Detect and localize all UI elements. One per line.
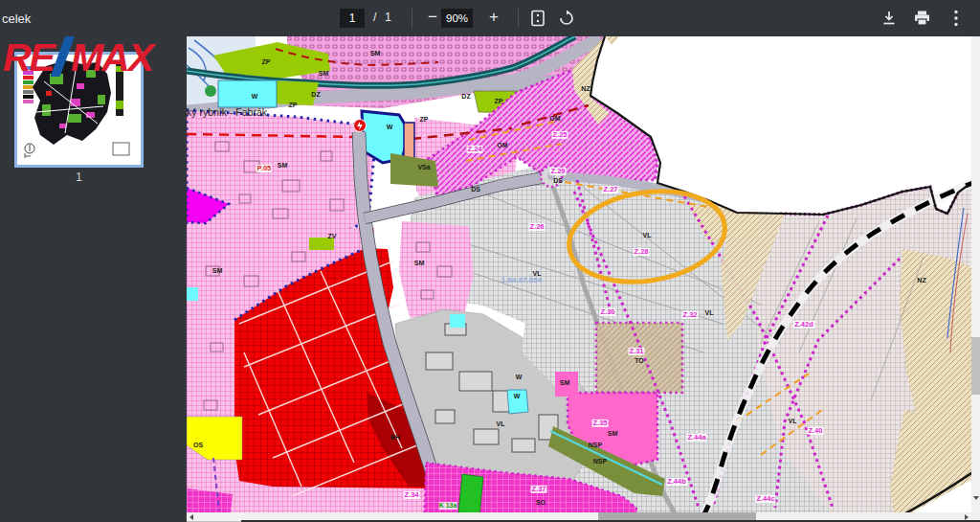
map-label-om: OM: [497, 142, 507, 149]
map-label-w: W: [387, 124, 393, 131]
map-label-vl: VL: [789, 418, 797, 425]
scroll-left-arrow[interactable]: [189, 514, 193, 520]
map-label-ds: DS: [471, 186, 480, 193]
map-label-bh: BH: [390, 434, 400, 442]
map-label-k-13a: K 13a: [439, 502, 457, 510]
map-label-zv: ZV: [328, 233, 337, 240]
map-label-dz: DZ: [311, 91, 320, 99]
map-label-zp: ZP: [262, 58, 271, 66]
map-label-nz: NZ: [581, 85, 590, 93]
pdf-toolbar: celek 1 / 1 − 90% +: [0, 0, 980, 36]
map-label-vsa: VSa: [417, 164, 430, 171]
map-label-w: W: [252, 93, 258, 101]
map-label-z-25: Z.25: [551, 131, 568, 139]
map-label-z-30: Z.30: [599, 308, 615, 316]
vertical-scrollbar-thumb[interactable]: [971, 337, 980, 395]
map-label-vl: VL: [705, 309, 714, 317]
map-label-z-26: Z.26: [528, 223, 545, 231]
scroll-right-arrow[interactable]: [965, 514, 969, 520]
map-label-nz: NZ: [917, 277, 925, 284]
map-label-zp: ZP: [420, 116, 429, 124]
map-label-w: W: [516, 374, 523, 381]
remax-logo-max: MAX: [71, 35, 152, 80]
map-labels: ZPZPZPZPWWWWDZDZSMSMSMSMSMSMSMOMOMNZNZDS…: [187, 36, 980, 522]
map-label-nsp: NSP: [593, 458, 607, 465]
zoom-out-button[interactable]: −: [422, 7, 443, 30]
map-label-z-40: Z.40: [807, 427, 823, 435]
map-label-vl: VL: [643, 232, 652, 239]
page-number-input[interactable]: 1: [340, 9, 365, 28]
map-label-z-44c: Z.44c: [755, 495, 775, 503]
vertical-scrollbar[interactable]: [971, 36, 980, 522]
map-label-nsp: NSP: [589, 442, 602, 449]
map-label-p-05: P.05: [256, 165, 272, 172]
toolbar-divider: [518, 9, 519, 28]
zoom-level[interactable]: 90%: [441, 9, 473, 28]
remax-logo: RE MAX: [3, 38, 152, 77]
map-label-z-44b: Z.44b: [666, 478, 687, 486]
map-label-sm: SM: [414, 260, 425, 267]
map-label-k-rybn-k-fabr-k: ký rybník - Fabrák: [187, 107, 267, 119]
scroll-down-arrow[interactable]: [973, 496, 979, 500]
pdf-page-view: ZPZPZPZPWWWWDZDZSMSMSMSMSMSMSMOMOMNZNZDS…: [187, 36, 980, 522]
map-label-sm: SM: [278, 162, 288, 170]
print-icon[interactable]: [911, 8, 932, 29]
remax-logo-re: RE: [3, 35, 54, 80]
page-separator: /: [373, 11, 376, 24]
map-label-ds: DS: [553, 177, 563, 185]
map-label-so: SO: [536, 499, 546, 507]
map-label-sm: SM: [319, 70, 329, 78]
map-label-z-31: Z.31: [628, 348, 644, 355]
page-total: 1: [385, 11, 391, 24]
map-label-z-42d: Z.42d: [793, 321, 814, 329]
zoom-in-button[interactable]: +: [483, 7, 504, 30]
map-label-z-37: Z.37: [530, 486, 546, 493]
toolbar-divider: [412, 9, 412, 28]
more-options-icon[interactable]: [946, 8, 967, 29]
map-label-w: W: [514, 393, 521, 400]
map-label-zp: ZP: [495, 98, 503, 105]
download-icon[interactable]: [879, 8, 900, 29]
map-label-z-29: Z.29: [549, 168, 566, 175]
thumbnail-sidebar: 1: [0, 36, 187, 522]
map-label-zp: ZP: [289, 102, 298, 109]
fit-to-page-button[interactable]: [527, 8, 548, 29]
map-label-to: TO: [635, 357, 644, 365]
map-label-dz: DZ: [461, 93, 470, 101]
document-title: celek: [2, 0, 31, 36]
map-label-z-44a: Z.44a: [686, 434, 706, 442]
map-label-vl: VL: [497, 420, 505, 428]
rotate-button[interactable]: [556, 8, 577, 29]
map-label-sm: SM: [212, 267, 223, 275]
map-label-z-32: Z.32: [681, 311, 698, 319]
map-label-sm: SM: [608, 430, 618, 438]
map-label-om: OM: [549, 115, 560, 123]
map-label-z-24: Z.24: [466, 146, 482, 153]
map-label-sm: SM: [370, 50, 381, 57]
map-label-1-04-07-054: 1.04.07.054: [501, 277, 542, 285]
map-label-z-27: Z.27: [602, 186, 618, 193]
map-label-z-35: Z.35: [591, 420, 608, 427]
map-label-sm: SM: [560, 379, 570, 387]
map-label-z-28: Z.28: [633, 248, 649, 256]
thumbnail-page-number: 1: [17, 170, 141, 184]
map-label-z-34: Z.34: [403, 491, 419, 499]
map-label-os: OS: [193, 442, 203, 449]
